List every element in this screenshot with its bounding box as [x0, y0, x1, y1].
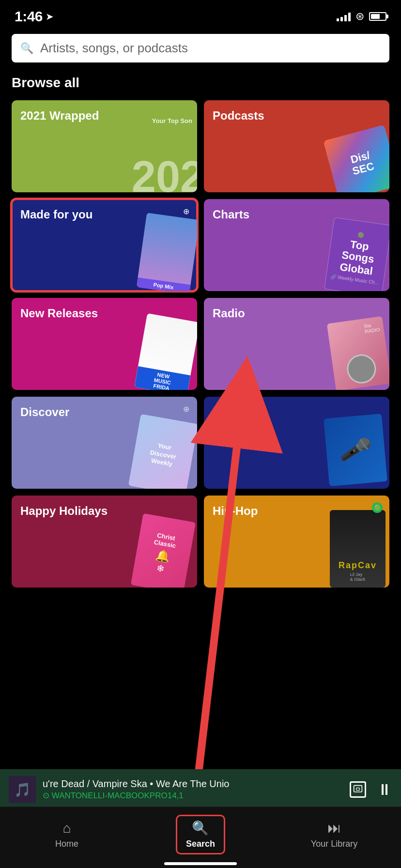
- svg-rect-3: [356, 788, 360, 790]
- card-happy-holidays[interactable]: Happy Holidays ChristClassic 🔔 ❄: [12, 496, 197, 588]
- browse-grid: 2021 Wrapped Your Top Son 202 Podcasts D…: [0, 100, 401, 588]
- location-arrow-icon: ➤: [46, 11, 54, 22]
- nav-home[interactable]: ⌂ Home: [0, 821, 134, 849]
- search-bar[interactable]: 🔍 Artists, songs, or podcasts: [12, 34, 389, 62]
- card-charts-label: Charts: [213, 208, 249, 222]
- card-wrapped-label: 2021 Wrapped: [20, 109, 99, 123]
- library-icon: ⏭: [327, 820, 341, 836]
- pause-button[interactable]: ⏸: [377, 781, 392, 799]
- browse-all-title: Browse all: [0, 70, 401, 100]
- card-radio[interactable]: Radio SiaRADIO: [204, 298, 389, 390]
- nav-library-label: Your Library: [311, 839, 357, 849]
- home-indicator: [164, 862, 237, 865]
- status-icons: ⊛: [337, 10, 386, 23]
- now-playing-device: ⊙ WANTONELLI-MACBOOKPRO14,1: [43, 790, 343, 801]
- search-nav-icon: 🔍: [192, 820, 209, 836]
- card-podcasts-label: Podcasts: [213, 109, 264, 123]
- cast-icon[interactable]: [350, 781, 366, 798]
- card-concerts[interactable]: Concerts 🎤: [204, 397, 389, 489]
- nav-home-label: Home: [55, 839, 78, 849]
- search-container: 🔍 Artists, songs, or podcasts: [0, 29, 401, 70]
- search-bar-placeholder: Artists, songs, or podcasts: [40, 41, 188, 56]
- card-hip-hop[interactable]: Hip-Hop RapCav Lil Jay& Glack 🟢: [204, 496, 389, 588]
- signal-strength-icon: [337, 12, 351, 21]
- now-playing-controls: ⏸: [350, 781, 392, 799]
- card-charts[interactable]: Charts 🟢 TopSongsGlobal 🔗 Weekly Music C…: [204, 199, 389, 291]
- now-playing-info: u're Dead / Vampire Ska • We Are The Uni…: [43, 778, 343, 801]
- now-playing-bar[interactable]: 🎵 u're Dead / Vampire Ska • We Are The U…: [0, 769, 401, 810]
- svg-rect-2: [354, 786, 362, 792]
- card-made-for-you-label: Made for you: [20, 208, 93, 222]
- search-highlight-box: 🔍 Search: [176, 815, 225, 854]
- search-bar-icon: 🔍: [20, 42, 33, 55]
- card-happy-holidays-label: Happy Holidays: [20, 504, 108, 518]
- card-discover-label: Discover: [20, 405, 69, 419]
- bottom-nav: ⌂ Home 🔍 Search ⏭ Your Library: [0, 806, 401, 868]
- status-bar: 1:46 ➤ ⊛: [0, 0, 401, 29]
- nav-search-label: Search: [186, 839, 215, 849]
- status-time: 1:46: [15, 8, 43, 25]
- card-radio-label: Radio: [213, 307, 245, 321]
- card-new-releases-label: New Releases: [20, 307, 98, 321]
- card-podcasts[interactable]: Podcasts Dis/SEC: [204, 100, 389, 192]
- wifi-icon: ⊛: [355, 10, 364, 23]
- nav-search[interactable]: 🔍 Search: [134, 815, 267, 854]
- card-made-for-you[interactable]: Made for you Pop Mix ⊕: [12, 199, 197, 291]
- card-wrapped[interactable]: 2021 Wrapped Your Top Son 202: [12, 100, 197, 192]
- battery-icon: [369, 12, 386, 21]
- card-concerts-label: Concerts: [213, 405, 263, 419]
- now-playing-title: u're Dead / Vampire Ska • We Are The Uni…: [43, 778, 343, 790]
- now-playing-thumbnail: 🎵: [9, 776, 36, 803]
- card-new-releases[interactable]: New Releases NEWMUSICFRIDA: [12, 298, 197, 390]
- home-icon: ⌂: [63, 821, 71, 836]
- card-discover[interactable]: Discover YourDiscoverWeekly ⊕: [12, 397, 197, 489]
- nav-library[interactable]: ⏭ Your Library: [267, 820, 401, 849]
- card-hip-hop-label: Hip-Hop: [213, 504, 258, 518]
